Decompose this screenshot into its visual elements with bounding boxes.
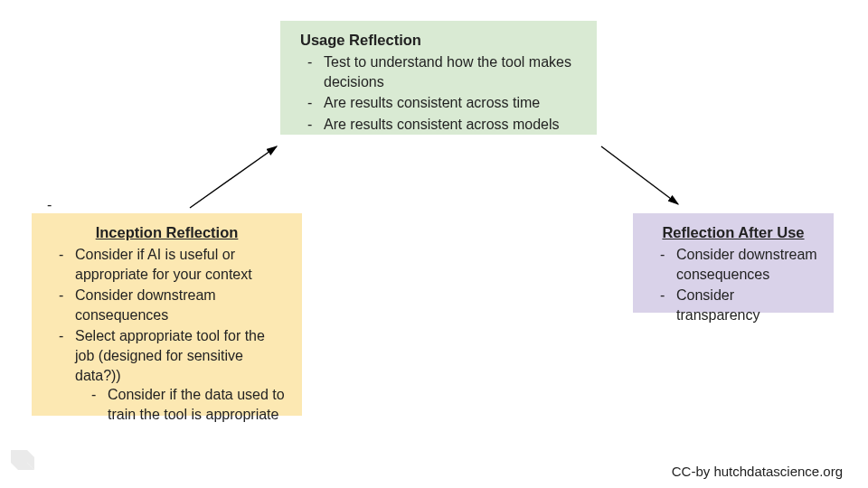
- stray-dash: -: [47, 197, 52, 213]
- attribution-text: CC-by hutchdatascience.org: [672, 464, 843, 479]
- svg-marker-0: [11, 450, 27, 463]
- list-item: Consider if AI is useful or appropriate …: [46, 245, 288, 284]
- usage-list: Test to understand how the tool makes de…: [295, 52, 582, 134]
- after-list: Consider downstream consequences Conside…: [647, 245, 819, 324]
- usage-title: Usage Reflection: [295, 32, 582, 49]
- usage-reflection-box: Usage Reflection Test to understand how …: [280, 21, 597, 135]
- inception-reflection-box: Inception Reflection Consider if AI is u…: [32, 213, 302, 416]
- inception-list: Consider if AI is useful or appropriate …: [46, 245, 288, 424]
- list-item: Consider downstream consequences: [647, 245, 819, 284]
- list-item: Test to understand how the tool makes de…: [295, 52, 582, 91]
- inception-sublist: Consider if the data used to train the t…: [75, 385, 288, 424]
- list-item: Consider if the data used to train the t…: [75, 385, 288, 424]
- list-item: Are results consistent across models: [295, 115, 582, 135]
- after-title: Reflection After Use: [647, 224, 819, 241]
- list-item: Are results consistent across time: [295, 93, 582, 113]
- logo-icon: [7, 443, 47, 483]
- arrow-usage-to-after: [601, 146, 678, 204]
- list-item: Select appropriate tool for the job (des…: [46, 326, 288, 424]
- list-item: Consider downstream consequences: [46, 286, 288, 324]
- arrow-inception-to-usage: [190, 146, 277, 208]
- reflection-after-use-box: Reflection After Use Consider downstream…: [633, 213, 834, 313]
- list-item: Consider transparency: [647, 286, 819, 324]
- inception-title: Inception Reflection: [46, 224, 288, 241]
